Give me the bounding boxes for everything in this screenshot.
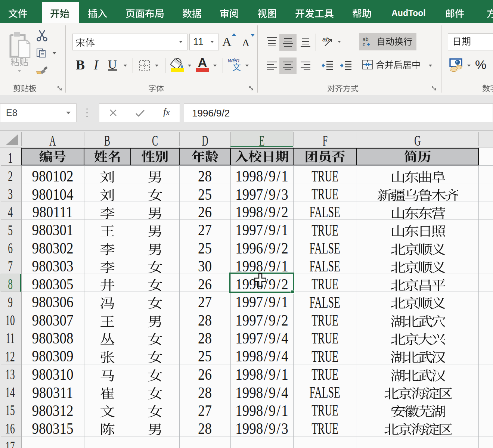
svg-text:ab: ab (322, 36, 329, 43)
svg-text:c: c (363, 41, 365, 47)
